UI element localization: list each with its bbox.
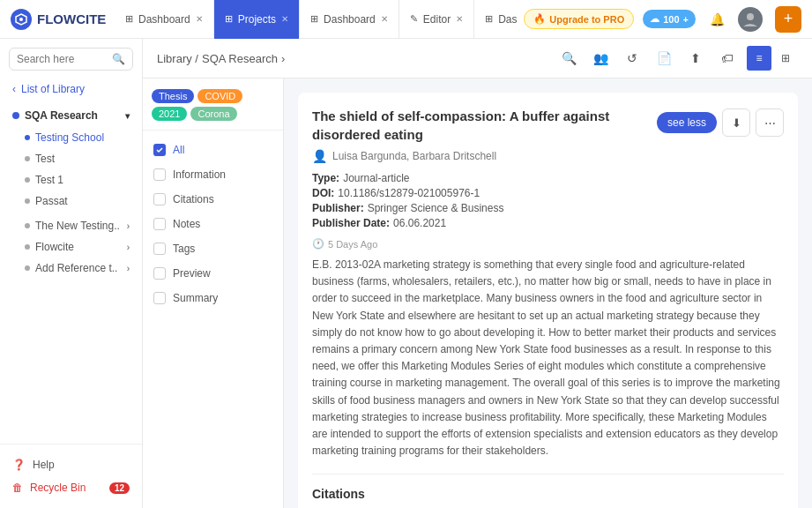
tag-covid[interactable]: COVID	[197, 89, 242, 103]
item-dot-icon	[25, 177, 30, 183]
filter-label-citations: Citations	[173, 193, 214, 205]
sidebar-item-testing-school[interactable]: Testing School	[0, 127, 142, 148]
tag-thesis[interactable]: Thesis	[152, 89, 194, 103]
sidebar-item-new-testing[interactable]: The New Testing.. ›	[0, 215, 142, 236]
sidebar-item-flowcite[interactable]: Flowcite ›	[0, 236, 142, 258]
checkbox-preview-icon	[153, 267, 166, 280]
item-dot-icon	[25, 135, 30, 140]
meta-type-row: Type: Journal-article	[312, 172, 784, 184]
sidebar-bottom: ❓ Help 🗑 Recycle Bin 12	[0, 444, 142, 508]
sidebar-item-passat[interactable]: Passat	[0, 190, 142, 212]
back-arrow-icon: ‹	[12, 83, 16, 95]
filter-label-preview: Preview	[173, 267, 211, 280]
group-dot-icon	[12, 112, 19, 119]
tab-label-1: Dashboard	[138, 13, 190, 26]
filter-item-all[interactable]: All	[143, 138, 283, 162]
chevron-right-icon: ›	[127, 243, 130, 252]
filter-item-information[interactable]: Information	[143, 162, 283, 187]
sidebar-item-test[interactable]: Test	[0, 148, 142, 169]
sidebar-item-add-reference[interactable]: Add Reference t.. ›	[0, 258, 142, 279]
filter-label-notes: Notes	[173, 218, 200, 230]
upload-toolbar-button[interactable]: ⬆	[683, 46, 708, 71]
breadcrumb-library[interactable]: Library /	[157, 52, 198, 65]
tab-icon-3: ⊞	[310, 13, 318, 25]
sidebar-section-sqa: SQA Research ▾ Testing School Test Test …	[0, 101, 142, 215]
tab-label-4: Editor	[423, 13, 451, 26]
tab-label-3: Dashboard	[324, 13, 376, 26]
sidebar-item-test-1[interactable]: Test 1	[0, 169, 142, 190]
pub-date-value: 06.06.2021	[393, 217, 446, 229]
logo-icon	[11, 9, 32, 30]
list-of-library-link[interactable]: ‹ List of Library	[0, 78, 142, 101]
filter-item-tags[interactable]: Tags	[143, 236, 283, 261]
publisher-label: Publisher:	[312, 202, 364, 214]
app-name: FLOWCITE	[37, 11, 106, 26]
recycle-label: Recycle Bin	[30, 482, 86, 494]
sidebar-group-sqa-research[interactable]: SQA Research ▾	[0, 104, 142, 127]
checkbox-notes-icon	[153, 218, 166, 230]
tab-editor[interactable]: ✎ Editor ✕	[399, 0, 474, 39]
tag-2021[interactable]: 2021	[152, 107, 187, 121]
item-dot-icon	[25, 198, 30, 204]
grid-view-button[interactable]: ⊞	[773, 46, 798, 71]
checkbox-information-icon	[153, 168, 166, 181]
coins-badge[interactable]: ☁ 100 +	[643, 10, 696, 28]
help-link[interactable]: ❓ Help	[0, 453, 142, 476]
filter-item-summary[interactable]: Summary	[143, 286, 283, 310]
help-label: Help	[33, 459, 55, 471]
notification-button[interactable]: 🔔	[704, 7, 729, 32]
file-toolbar-button[interactable]: 📄	[652, 46, 676, 71]
tab-label-5: Dashboard	[498, 13, 517, 26]
add-tab-button[interactable]: +	[775, 6, 801, 33]
tag-corona[interactable]: Corona	[190, 107, 236, 121]
users-toolbar-button[interactable]: 👥	[588, 46, 613, 71]
tab-dashboard-2[interactable]: ⊞ Dashboard ✕	[300, 0, 399, 39]
tab-dashboard-3[interactable]: ⊞ Dashboard ✕	[474, 0, 517, 39]
filter-label-summary: Summary	[173, 292, 218, 304]
filter-item-preview[interactable]: Preview	[143, 261, 283, 286]
sidebar: 🔍 ‹ List of Library SQA Research ▾ Testi…	[0, 39, 143, 508]
checkbox-summary-icon	[153, 292, 166, 304]
tab-close-2[interactable]: ✕	[281, 14, 288, 24]
filter-label-all: All	[173, 144, 184, 156]
tab-projects[interactable]: ⊞ Projects ✕	[214, 0, 300, 39]
author-names: Luisa Bargunda, Barbara Dritschell	[332, 150, 496, 162]
tab-close-1[interactable]: ✕	[196, 14, 203, 24]
breadcrumb-bar: Library / SQA Research › 🔍 👥 ↺ 📄 ⬆ 🏷 ≡ ⊞	[143, 39, 812, 78]
list-link-label: List of Library	[21, 83, 85, 95]
tab-dashboard-1[interactable]: ⊞ Dashboard ✕	[115, 0, 214, 39]
filter-item-citations[interactable]: Citations	[143, 187, 283, 212]
svg-point-1	[747, 13, 754, 20]
tag-toolbar-button[interactable]: 🏷	[715, 46, 740, 71]
more-options-button[interactable]: ⋯	[756, 108, 784, 137]
search-box[interactable]: 🔍	[9, 48, 133, 71]
recycle-bin-link[interactable]: 🗑 Recycle Bin 12	[0, 476, 142, 499]
history-toolbar-button[interactable]: ↺	[620, 46, 644, 71]
checkbox-tags-icon	[153, 243, 166, 255]
download-button[interactable]: ⬇	[722, 108, 750, 137]
tab-close-4[interactable]: ✕	[456, 14, 463, 24]
item-label-test-1: Test 1	[35, 174, 63, 186]
item-dot-icon	[25, 244, 30, 250]
article-authors: 👤 Luisa Bargunda, Barbara Dritschell	[312, 149, 784, 163]
search-input[interactable]	[17, 53, 107, 65]
avatar[interactable]	[738, 7, 763, 32]
search-toolbar-button[interactable]: 🔍	[556, 46, 581, 71]
filter-label-tags: Tags	[173, 243, 195, 255]
tab-icon-4: ✎	[410, 13, 418, 25]
tab-close-3[interactable]: ✕	[381, 14, 388, 24]
upgrade-button[interactable]: 🔥 Upgrade to PRO	[524, 9, 634, 29]
see-less-button[interactable]: see less	[657, 112, 717, 133]
item-label-test: Test	[35, 153, 55, 165]
clock-icon: 🕐	[312, 238, 324, 250]
view-toggle: ≡ ⊞	[747, 46, 798, 71]
item-label-add-reference: Add Reference t..	[35, 262, 117, 274]
filter-item-notes[interactable]: Notes	[143, 212, 283, 236]
content-area: Library / SQA Research › 🔍 👥 ↺ 📄 ⬆ 🏷 ≡ ⊞	[143, 39, 812, 508]
citations-section: Citations Developed system of selling sh…	[312, 474, 784, 508]
app-logo[interactable]: FLOWCITE	[11, 9, 108, 30]
article-panel: The shield of self-compassion: A buffer …	[284, 78, 812, 508]
item-dot-icon	[25, 265, 30, 271]
list-view-button[interactable]: ≡	[747, 46, 771, 71]
topbar: FLOWCITE ⊞ Dashboard ✕ ⊞ Projects ✕ ⊞ Da…	[0, 0, 812, 39]
